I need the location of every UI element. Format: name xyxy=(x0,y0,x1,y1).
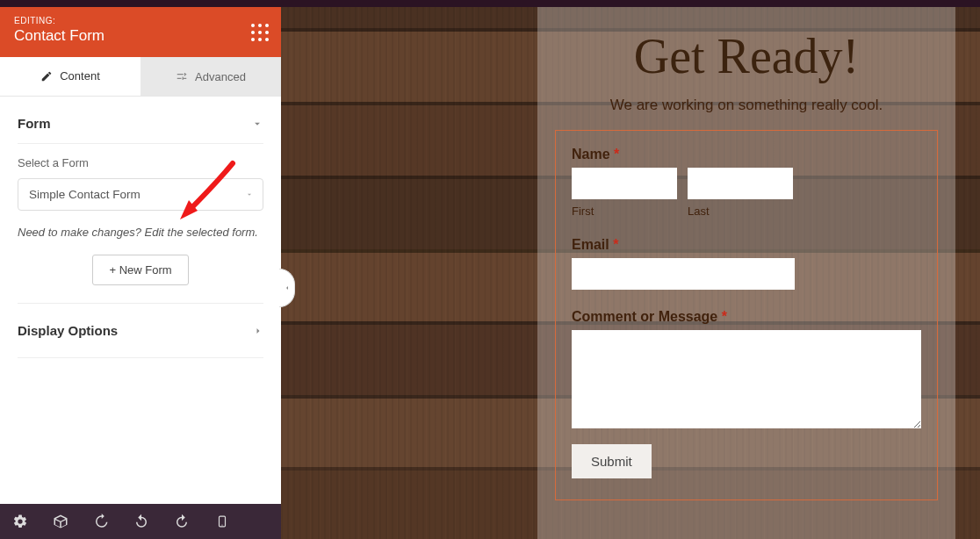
hero-title: Get Ready! xyxy=(555,32,938,81)
required-marker: * xyxy=(614,147,619,162)
form-section-content: Select a Form Simple Contact Form Need t… xyxy=(18,144,263,304)
chevron-down-icon xyxy=(251,118,263,130)
tab-content[interactable]: Content xyxy=(0,57,141,96)
navigator-icon[interactable] xyxy=(53,514,68,529)
sliders-icon xyxy=(176,70,188,83)
panel-body: Form Select a Form Simple Contact Form N… xyxy=(0,97,281,504)
content-card: Get Ready! We are working on something r… xyxy=(537,7,955,539)
redo-icon[interactable] xyxy=(174,514,190,529)
submit-button[interactable]: Submit xyxy=(572,444,652,478)
first-name-input[interactable] xyxy=(572,168,677,199)
select-form-dropdown[interactable]: Simple Contact Form xyxy=(18,178,263,211)
caret-down-icon xyxy=(245,188,254,201)
name-label: Name * xyxy=(572,147,921,162)
widget-title: Contact Form xyxy=(14,27,267,45)
editor-sidebar: EDITING: Contact Form Content Advanced F… xyxy=(0,7,281,539)
comment-textarea[interactable] xyxy=(572,330,921,428)
undo-icon[interactable] xyxy=(133,514,149,529)
app-top-stripe xyxy=(0,0,980,7)
section-title-display-options: Display Options xyxy=(18,323,118,338)
tab-advanced[interactable]: Advanced xyxy=(141,57,281,96)
tab-advanced-label: Advanced xyxy=(195,70,246,83)
form-widget-selected[interactable]: Name * First Last Email * xyxy=(555,130,938,500)
svg-point-1 xyxy=(221,525,222,526)
history-icon[interactable] xyxy=(93,514,109,529)
responsive-mobile-icon[interactable] xyxy=(214,514,230,529)
comment-label: Comment or Message * xyxy=(572,309,921,325)
tab-content-label: Content xyxy=(60,69,100,83)
new-form-button[interactable]: + New Form xyxy=(92,255,188,285)
section-header-display-options[interactable]: Display Options xyxy=(18,304,263,358)
pencil-icon xyxy=(40,70,53,83)
section-title-form: Form xyxy=(18,116,51,131)
required-marker: * xyxy=(613,237,618,252)
required-marker: * xyxy=(722,309,727,324)
settings-icon[interactable] xyxy=(12,514,28,529)
email-label: Email * xyxy=(572,237,921,253)
sidebar-header: EDITING: Contact Form xyxy=(0,7,281,57)
first-sublabel: First xyxy=(572,205,677,218)
chevron-right-icon xyxy=(253,326,263,336)
chevron-left-icon xyxy=(284,283,291,293)
email-input[interactable] xyxy=(572,258,795,290)
editing-label: EDITING: xyxy=(14,16,267,25)
edit-form-hint: Need to make changes? Edit the selected … xyxy=(18,225,263,241)
hero-subtitle: We are working on something really cool. xyxy=(555,97,938,114)
grid-menu-icon[interactable] xyxy=(251,24,269,41)
section-header-form[interactable]: Form xyxy=(18,97,263,144)
last-name-input[interactable] xyxy=(688,168,793,199)
page-preview: Get Ready! We are working on something r… xyxy=(281,7,980,539)
select-form-value: Simple Contact Form xyxy=(29,188,141,201)
last-sublabel: Last xyxy=(688,205,793,218)
bottom-toolbar xyxy=(0,504,281,539)
select-form-label: Select a Form xyxy=(18,156,263,169)
widget-tabs: Content Advanced xyxy=(0,57,281,97)
